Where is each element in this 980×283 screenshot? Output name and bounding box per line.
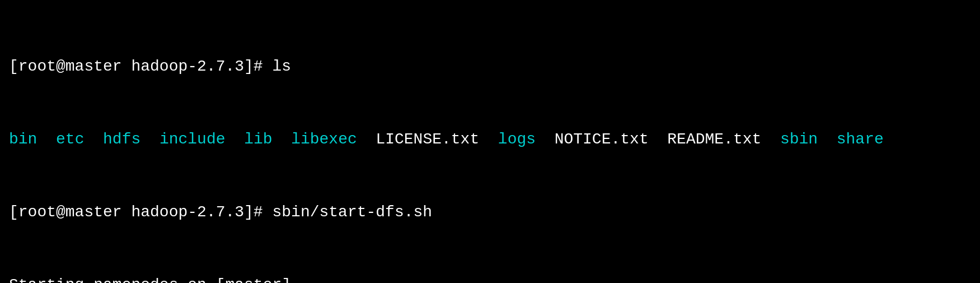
sep xyxy=(273,131,292,148)
text: Starting namenodes on [master] xyxy=(9,276,291,283)
sep xyxy=(226,131,245,148)
terminal-window[interactable]: [root@master hadoop-2.7.3]# ls bin etc h… xyxy=(0,0,980,283)
dir-logs: logs xyxy=(498,131,536,148)
sep xyxy=(140,131,160,148)
terminal-line-4: Starting namenodes on [master] xyxy=(9,273,971,283)
sep: LICENSE.txt xyxy=(357,131,498,148)
dir-include: include xyxy=(160,131,226,148)
sep xyxy=(818,131,837,148)
dir-lib: lib xyxy=(244,131,272,148)
text: [root@master hadoop-2.7.3]# sbin/start-d… xyxy=(9,203,432,221)
sep xyxy=(84,131,103,148)
terminal-line-3: [root@master hadoop-2.7.3]# sbin/start-d… xyxy=(9,200,971,224)
dir-hdfs: hdfs xyxy=(103,131,140,148)
sep xyxy=(37,131,56,148)
dir-libexec: libexec xyxy=(291,131,357,148)
dir-etc: etc xyxy=(56,131,84,148)
dir-sbin: sbin xyxy=(780,131,818,148)
sep: NOTICE.txt README.txt xyxy=(536,131,780,148)
terminal-line-2: bin etc hdfs include lib libexec LICENSE… xyxy=(9,127,971,151)
terminal-line-1: [root@master hadoop-2.7.3]# ls xyxy=(9,54,971,78)
dir-share: share xyxy=(837,131,884,148)
text: [root@master hadoop-2.7.3]# ls xyxy=(9,58,291,75)
dir-bin: bin xyxy=(9,131,37,148)
